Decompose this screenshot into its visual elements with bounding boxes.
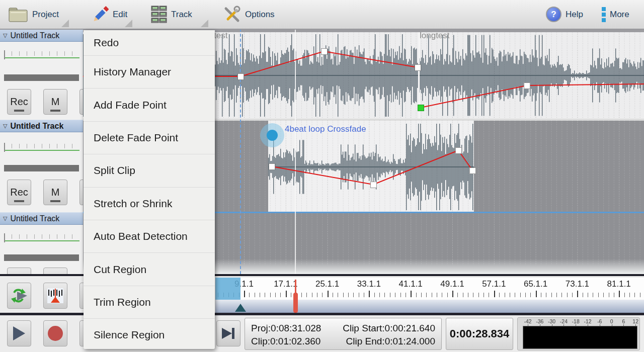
mute-button[interactable]: M xyxy=(43,89,67,115)
fade-point-handle[interactable] xyxy=(415,64,421,71)
menu-item-history-manager[interactable]: History Manager xyxy=(84,55,215,88)
touch-ripple-inner xyxy=(267,130,278,141)
ruler-tick xyxy=(525,293,526,297)
pan-bar[interactable] xyxy=(4,165,79,171)
ruler-tick xyxy=(609,293,609,297)
playhead-marker[interactable] xyxy=(293,293,298,313)
loop-playback-button[interactable] xyxy=(7,283,31,309)
db-scale-tick xyxy=(600,324,600,326)
ruler-tick xyxy=(463,293,463,297)
volume-slider[interactable] xyxy=(4,51,79,59)
ruler-tick xyxy=(359,293,359,297)
fade-point-handle[interactable] xyxy=(455,147,462,154)
solo-button[interactable] xyxy=(79,180,83,205)
metronome-button[interactable] xyxy=(43,283,67,309)
fade-point-handle[interactable] xyxy=(269,163,275,170)
record-arm-button[interactable]: Rec xyxy=(7,268,31,274)
play-button[interactable] xyxy=(7,320,31,346)
db-scale-label: -6 xyxy=(597,318,602,324)
collapse-chevron-icon[interactable]: ▽ xyxy=(3,32,7,39)
menu-item-split-clip[interactable]: Split Clip xyxy=(84,154,215,187)
dropdown-triangle-icon xyxy=(61,20,69,27)
track-header[interactable]: ▽ Untitled Track xyxy=(0,29,83,42)
track-header[interactable]: ▽ Untitled Track xyxy=(0,212,83,225)
ruler-tick xyxy=(619,291,620,297)
record-arm-button[interactable]: Rec xyxy=(7,89,31,115)
menu-item-cut-region[interactable]: Cut Region xyxy=(84,252,215,285)
ruler-tick xyxy=(603,293,604,297)
volume-slider[interactable] xyxy=(4,144,79,152)
solo-button[interactable] xyxy=(79,89,83,115)
menu-item-add-fade-point[interactable]: Add Fade Point xyxy=(84,88,215,121)
ruler-tick xyxy=(536,291,537,297)
record-button[interactable] xyxy=(43,320,67,346)
track-header[interactable]: ▽ Untitled Track xyxy=(0,120,83,132)
ruler-tick xyxy=(530,293,531,297)
track-menu-button[interactable]: Track xyxy=(151,0,192,29)
fade-point-handle[interactable] xyxy=(321,48,328,55)
menu-item-silence-region[interactable]: Silence Region xyxy=(84,318,215,349)
fade-point-handle[interactable] xyxy=(370,182,377,188)
go-to-end-button[interactable] xyxy=(216,320,240,346)
help-icon: ? xyxy=(546,7,561,22)
ruler-tick xyxy=(374,293,375,297)
ruler-tick xyxy=(317,293,317,297)
menu-item-delete-fade-point[interactable]: Delete Fade Point xyxy=(84,121,215,154)
ruler-tick xyxy=(286,291,287,297)
edit-cursor-line xyxy=(240,29,241,274)
menu-item-stretch-or-shrink[interactable]: Stretch or Shrink xyxy=(84,187,215,220)
position-info-display[interactable]: Proj:0:08:31.028 Clip:0:01:02.360 Clip S… xyxy=(245,318,442,350)
selected-fade-point-handle[interactable] xyxy=(418,105,424,111)
overview-scrollbar[interactable] xyxy=(215,300,644,313)
db-scale-label: -12 xyxy=(584,318,591,324)
ruler-tick xyxy=(400,293,401,297)
db-scale-tick xyxy=(528,324,528,326)
skip-end-icon xyxy=(221,326,236,340)
edit-menu-button[interactable]: Edit xyxy=(92,0,127,29)
ruler-tick xyxy=(280,293,281,297)
db-scale-label: -24 xyxy=(560,318,568,324)
menu-item-redo[interactable]: Redo xyxy=(84,30,215,55)
ruler-tick xyxy=(426,293,427,297)
level-meter-bar xyxy=(523,326,637,349)
crossfade-clip-label: 4beat loop Crossfade xyxy=(285,124,366,134)
timeline-ruler[interactable]: 9.1.117.1.125.1.133.1.141.1.149.1.157.1.… xyxy=(215,278,644,300)
collapse-chevron-icon[interactable]: ▽ xyxy=(3,123,7,129)
fade-point-handle[interactable] xyxy=(237,73,244,80)
more-button[interactable]: More xyxy=(602,0,629,29)
loop-start-marker-icon[interactable] xyxy=(235,304,246,312)
ruler-tick xyxy=(499,293,500,297)
mute-button[interactable]: M xyxy=(43,268,67,274)
mute-button[interactable]: M xyxy=(43,180,67,205)
ruler-tick xyxy=(255,293,255,297)
ruler-tick xyxy=(301,293,302,297)
help-button[interactable]: ? Help xyxy=(546,0,583,29)
menu-item-auto-beat-detection[interactable]: Auto Beat Detection xyxy=(84,220,215,252)
ruler-tick xyxy=(275,293,276,297)
ruler-tick xyxy=(343,293,344,297)
clip-name-label: longtest xyxy=(420,31,450,41)
menu-item-trim-region[interactable]: Trim Region xyxy=(84,286,215,318)
record-arm-button[interactable]: Rec xyxy=(7,180,31,205)
options-button[interactable]: Options xyxy=(223,0,275,29)
ruler-bar-label: 81.1.1 xyxy=(607,279,631,289)
ruler-tick xyxy=(244,291,245,297)
db-scale-label: -18 xyxy=(572,318,580,324)
ruler-tick xyxy=(468,293,468,297)
fade-point-handle[interactable] xyxy=(469,167,476,174)
collapse-chevron-icon[interactable]: ▽ xyxy=(3,215,7,222)
fade-point-handle[interactable] xyxy=(524,82,530,89)
proj-time: Proj:0:08:31.028 xyxy=(251,323,321,334)
pan-bar[interactable] xyxy=(4,74,79,81)
pan-bar[interactable] xyxy=(4,254,79,261)
clip-start-time: Clip Start:0:00:21.640 xyxy=(343,323,435,334)
ruler-tick xyxy=(452,291,453,297)
db-scale-tick xyxy=(623,324,624,326)
project-menu-button[interactable]: Project xyxy=(8,0,59,29)
ruler-tick xyxy=(291,293,291,297)
ruler-tick xyxy=(442,293,442,297)
ruler-tick xyxy=(551,293,552,297)
volume-slider[interactable] xyxy=(4,234,79,242)
ruler-tick xyxy=(432,293,432,297)
current-time-display[interactable]: 0:00:28.834 xyxy=(446,318,513,350)
